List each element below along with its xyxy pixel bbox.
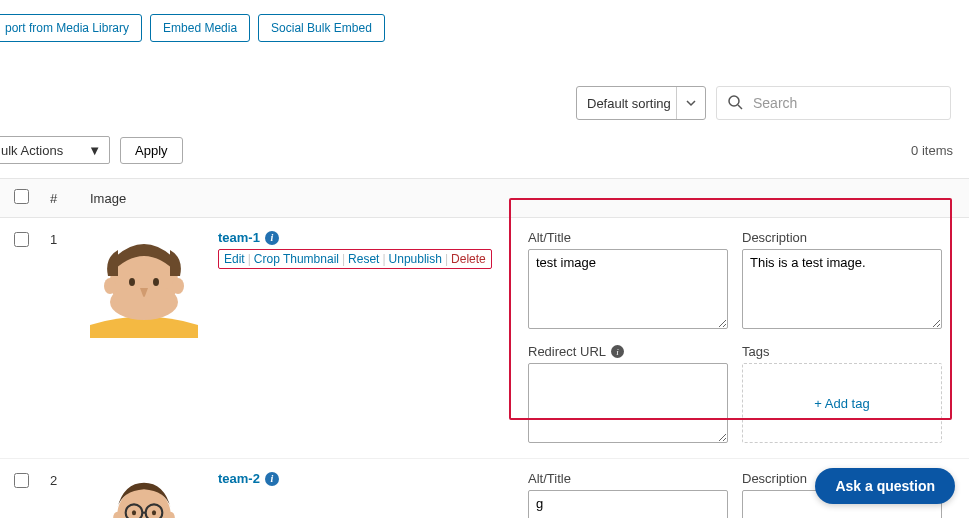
bulk-actions-label: ulk Actions — [1, 143, 63, 158]
reset-link[interactable]: Reset — [348, 252, 379, 266]
row-number: 2 — [50, 471, 70, 488]
search-box[interactable] — [716, 86, 951, 120]
row-thumbnail[interactable] — [90, 230, 198, 338]
column-number: # — [50, 191, 70, 206]
add-tag-button[interactable]: + Add tag — [814, 396, 869, 411]
alt-title-textarea[interactable] — [528, 249, 728, 329]
items-count: 0 items — [911, 143, 953, 158]
search-input[interactable] — [753, 95, 940, 111]
info-icon[interactable]: i — [265, 472, 279, 486]
svg-point-7 — [104, 278, 116, 294]
row-thumbnail[interactable] — [90, 471, 198, 518]
chevron-down-icon — [676, 87, 697, 119]
tags-label: Tags — [742, 344, 942, 359]
alt-title-label: Alt/Title — [528, 471, 728, 486]
bulk-actions-row: ulk Actions ▼ Apply 0 items — [0, 130, 969, 178]
select-all-checkbox[interactable] — [14, 189, 29, 204]
row-number: 1 — [50, 230, 70, 247]
svg-point-8 — [172, 278, 184, 294]
sort-select-label: Default sorting — [587, 96, 671, 111]
table-row: 1 team-1 i Edit| Crop Thumbnail| Reset| … — [0, 218, 969, 459]
row-fields: Alt/Title Description Redirect URL i Tag… — [528, 230, 953, 446]
import-library-button[interactable]: port from Media Library — [0, 14, 142, 42]
row-title[interactable]: team-1 i — [218, 230, 508, 245]
svg-point-0 — [729, 96, 739, 106]
controls-row: Default sorting — [0, 56, 969, 130]
svg-point-6 — [153, 278, 159, 286]
table-header: # Image — [0, 178, 969, 218]
row-actions: Edit| Crop Thumbnail| Reset| Unpublish| … — [218, 249, 492, 269]
row-checkbox[interactable] — [14, 473, 29, 488]
description-textarea[interactable] — [742, 249, 942, 329]
svg-point-16 — [152, 510, 156, 515]
caret-down-icon: ▼ — [88, 143, 101, 158]
svg-point-5 — [129, 278, 135, 286]
edit-link[interactable]: Edit — [224, 252, 245, 266]
svg-point-15 — [132, 510, 136, 515]
delete-link[interactable]: Delete — [451, 252, 486, 266]
description-label: Description — [742, 230, 942, 245]
sort-select[interactable]: Default sorting — [576, 86, 706, 120]
row-title[interactable]: team-2 i — [218, 471, 508, 486]
unpublish-link[interactable]: Unpublish — [389, 252, 442, 266]
alt-title-textarea[interactable] — [528, 490, 728, 518]
row-checkbox[interactable] — [14, 232, 29, 247]
redirect-url-textarea[interactable] — [528, 363, 728, 443]
svg-line-1 — [738, 105, 742, 109]
tags-box[interactable]: + Add tag — [742, 363, 942, 443]
redirect-url-label: Redirect URL i — [528, 344, 728, 359]
crop-thumbnail-link[interactable]: Crop Thumbnail — [254, 252, 339, 266]
alt-title-label: Alt/Title — [528, 230, 728, 245]
info-icon[interactable]: i — [265, 231, 279, 245]
apply-button[interactable]: Apply — [120, 137, 183, 164]
bulk-actions-select[interactable]: ulk Actions ▼ — [0, 136, 110, 164]
embed-media-button[interactable]: Embed Media — [150, 14, 250, 42]
social-bulk-embed-button[interactable]: Social Bulk Embed — [258, 14, 385, 42]
search-icon — [727, 94, 743, 113]
info-icon[interactable]: i — [611, 345, 624, 358]
column-image: Image — [90, 191, 126, 206]
ask-question-button[interactable]: Ask a question — [815, 468, 955, 504]
top-action-bar: port from Media Library Embed Media Soci… — [0, 0, 969, 56]
